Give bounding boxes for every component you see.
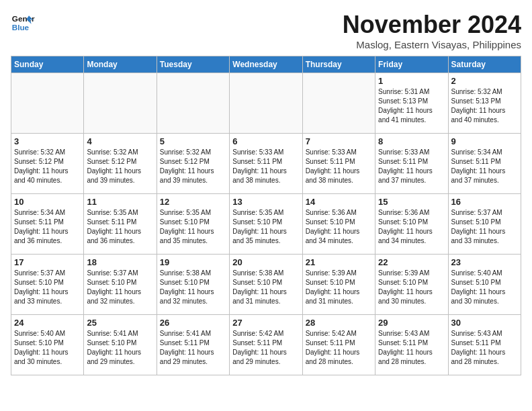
logo: General Blue xyxy=(11,11,35,35)
location-title: Maslog, Eastern Visayas, Philippines xyxy=(343,39,521,50)
day-info: Sunrise: 5:31 AMSunset: 5:13 PMDaylight:… xyxy=(378,87,445,125)
day-info: Sunrise: 5:43 AMSunset: 5:11 PMDaylight:… xyxy=(451,329,518,367)
calendar-cell xyxy=(11,73,84,134)
day-number: 29 xyxy=(378,318,445,328)
week-row-1: 1Sunrise: 5:31 AMSunset: 5:13 PMDaylight… xyxy=(11,73,521,134)
day-info: Sunrise: 5:32 AMSunset: 5:13 PMDaylight:… xyxy=(451,87,518,125)
weekday-header-monday: Monday xyxy=(84,56,157,73)
day-number: 15 xyxy=(378,197,445,207)
day-number: 6 xyxy=(232,136,299,146)
calendar-cell: 2Sunrise: 5:32 AMSunset: 5:13 PMDaylight… xyxy=(448,73,521,134)
day-number: 11 xyxy=(87,197,153,207)
day-info: Sunrise: 5:34 AMSunset: 5:11 PMDaylight:… xyxy=(14,208,81,246)
calendar-cell: 22Sunrise: 5:39 AMSunset: 5:10 PMDayligh… xyxy=(375,255,448,315)
logo-icon: General Blue xyxy=(11,11,35,35)
day-info: Sunrise: 5:39 AMSunset: 5:10 PMDaylight:… xyxy=(378,269,445,306)
day-number: 18 xyxy=(87,257,153,267)
week-row-2: 3Sunrise: 5:32 AMSunset: 5:12 PMDaylight… xyxy=(11,134,521,194)
calendar-cell: 9Sunrise: 5:34 AMSunset: 5:11 PMDaylight… xyxy=(448,134,521,194)
day-number: 3 xyxy=(14,136,81,146)
calendar-cell: 30Sunrise: 5:43 AMSunset: 5:11 PMDayligh… xyxy=(448,315,521,375)
day-number: 16 xyxy=(451,197,518,207)
day-info: Sunrise: 5:35 AMSunset: 5:11 PMDaylight:… xyxy=(87,208,153,246)
day-info: Sunrise: 5:32 AMSunset: 5:12 PMDaylight:… xyxy=(160,148,226,185)
day-info: Sunrise: 5:36 AMSunset: 5:10 PMDaylight:… xyxy=(306,208,372,246)
calendar-cell: 27Sunrise: 5:42 AMSunset: 5:11 PMDayligh… xyxy=(230,315,302,375)
day-number: 21 xyxy=(306,257,372,267)
calendar-cell: 18Sunrise: 5:37 AMSunset: 5:10 PMDayligh… xyxy=(84,255,157,315)
day-info: Sunrise: 5:33 AMSunset: 5:11 PMDaylight:… xyxy=(378,148,445,185)
calendar-cell: 14Sunrise: 5:36 AMSunset: 5:10 PMDayligh… xyxy=(302,194,375,255)
day-number: 28 xyxy=(306,318,372,328)
calendar-cell: 17Sunrise: 5:37 AMSunset: 5:10 PMDayligh… xyxy=(11,255,84,315)
day-number: 17 xyxy=(14,257,81,267)
week-row-4: 17Sunrise: 5:37 AMSunset: 5:10 PMDayligh… xyxy=(11,255,521,315)
day-info: Sunrise: 5:42 AMSunset: 5:11 PMDaylight:… xyxy=(306,329,372,367)
calendar-cell: 4Sunrise: 5:32 AMSunset: 5:12 PMDaylight… xyxy=(84,134,157,194)
month-title: November 2024 xyxy=(343,11,521,39)
weekday-header-wednesday: Wednesday xyxy=(230,56,302,73)
calendar-cell: 15Sunrise: 5:36 AMSunset: 5:10 PMDayligh… xyxy=(375,194,448,255)
weekday-header-row: SundayMondayTuesdayWednesdayThursdayFrid… xyxy=(11,56,521,73)
calendar-cell: 29Sunrise: 5:43 AMSunset: 5:11 PMDayligh… xyxy=(375,315,448,375)
day-info: Sunrise: 5:37 AMSunset: 5:10 PMDaylight:… xyxy=(14,269,81,306)
day-info: Sunrise: 5:35 AMSunset: 5:10 PMDaylight:… xyxy=(232,208,299,246)
day-info: Sunrise: 5:36 AMSunset: 5:10 PMDaylight:… xyxy=(378,208,445,246)
weekday-header-sunday: Sunday xyxy=(11,56,84,73)
calendar-cell xyxy=(84,73,157,134)
calendar-cell: 10Sunrise: 5:34 AMSunset: 5:11 PMDayligh… xyxy=(11,194,84,255)
day-info: Sunrise: 5:33 AMSunset: 5:11 PMDaylight:… xyxy=(306,148,372,185)
day-info: Sunrise: 5:33 AMSunset: 5:11 PMDaylight:… xyxy=(232,148,299,185)
day-number: 26 xyxy=(160,318,226,328)
calendar-cell: 13Sunrise: 5:35 AMSunset: 5:10 PMDayligh… xyxy=(230,194,302,255)
day-info: Sunrise: 5:39 AMSunset: 5:10 PMDaylight:… xyxy=(306,269,372,306)
day-number: 12 xyxy=(160,197,226,207)
calendar-cell: 23Sunrise: 5:40 AMSunset: 5:10 PMDayligh… xyxy=(448,255,521,315)
calendar-cell: 19Sunrise: 5:38 AMSunset: 5:10 PMDayligh… xyxy=(157,255,229,315)
day-number: 5 xyxy=(160,136,226,146)
weekday-header-friday: Friday xyxy=(375,56,448,73)
day-info: Sunrise: 5:32 AMSunset: 5:12 PMDaylight:… xyxy=(14,148,81,185)
day-number: 10 xyxy=(14,197,81,207)
day-info: Sunrise: 5:37 AMSunset: 5:10 PMDaylight:… xyxy=(451,208,518,246)
weekday-header-saturday: Saturday xyxy=(448,56,521,73)
day-info: Sunrise: 5:38 AMSunset: 5:10 PMDaylight:… xyxy=(232,269,299,306)
calendar-table: SundayMondayTuesdayWednesdayThursdayFrid… xyxy=(11,56,521,375)
day-number: 9 xyxy=(451,136,518,146)
day-info: Sunrise: 5:40 AMSunset: 5:10 PMDaylight:… xyxy=(14,329,81,367)
weekday-header-tuesday: Tuesday xyxy=(157,56,229,73)
day-number: 23 xyxy=(451,257,518,267)
day-info: Sunrise: 5:34 AMSunset: 5:11 PMDaylight:… xyxy=(451,148,518,185)
day-number: 24 xyxy=(14,318,81,328)
day-number: 4 xyxy=(87,136,153,146)
day-number: 27 xyxy=(232,318,299,328)
day-info: Sunrise: 5:43 AMSunset: 5:11 PMDaylight:… xyxy=(378,329,445,367)
day-info: Sunrise: 5:42 AMSunset: 5:11 PMDaylight:… xyxy=(232,329,299,367)
calendar-cell: 8Sunrise: 5:33 AMSunset: 5:11 PMDaylight… xyxy=(375,134,448,194)
calendar-cell: 11Sunrise: 5:35 AMSunset: 5:11 PMDayligh… xyxy=(84,194,157,255)
day-info: Sunrise: 5:40 AMSunset: 5:10 PMDaylight:… xyxy=(451,269,518,306)
title-area: November 2024 Maslog, Eastern Visayas, P… xyxy=(343,11,521,50)
day-number: 19 xyxy=(160,257,226,267)
calendar-cell: 6Sunrise: 5:33 AMSunset: 5:11 PMDaylight… xyxy=(230,134,302,194)
calendar-cell: 16Sunrise: 5:37 AMSunset: 5:10 PMDayligh… xyxy=(448,194,521,255)
calendar-cell: 3Sunrise: 5:32 AMSunset: 5:12 PMDaylight… xyxy=(11,134,84,194)
calendar-cell: 12Sunrise: 5:35 AMSunset: 5:10 PMDayligh… xyxy=(157,194,229,255)
calendar-cell: 20Sunrise: 5:38 AMSunset: 5:10 PMDayligh… xyxy=(230,255,302,315)
calendar-cell xyxy=(157,73,229,134)
week-row-5: 24Sunrise: 5:40 AMSunset: 5:10 PMDayligh… xyxy=(11,315,521,375)
day-number: 22 xyxy=(378,257,445,267)
day-info: Sunrise: 5:32 AMSunset: 5:12 PMDaylight:… xyxy=(87,148,153,185)
calendar-cell: 25Sunrise: 5:41 AMSunset: 5:10 PMDayligh… xyxy=(84,315,157,375)
calendar-cell xyxy=(302,73,375,134)
day-info: Sunrise: 5:35 AMSunset: 5:10 PMDaylight:… xyxy=(160,208,226,246)
week-row-3: 10Sunrise: 5:34 AMSunset: 5:11 PMDayligh… xyxy=(11,194,521,255)
calendar-cell: 21Sunrise: 5:39 AMSunset: 5:10 PMDayligh… xyxy=(302,255,375,315)
calendar-cell xyxy=(230,73,302,134)
day-number: 20 xyxy=(232,257,299,267)
day-info: Sunrise: 5:41 AMSunset: 5:11 PMDaylight:… xyxy=(160,329,226,367)
day-number: 25 xyxy=(87,318,153,328)
day-number: 30 xyxy=(451,318,518,328)
day-number: 8 xyxy=(378,136,445,146)
calendar-cell: 7Sunrise: 5:33 AMSunset: 5:11 PMDaylight… xyxy=(302,134,375,194)
